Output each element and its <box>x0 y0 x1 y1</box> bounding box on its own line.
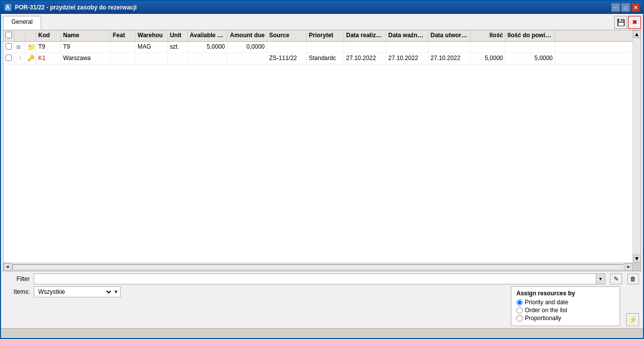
items-label: Items: <box>5 288 30 295</box>
scroll-left-icon: ◄ <box>5 265 9 269</box>
header-data-waznosci: Data ważności <box>386 30 429 41</box>
row-data-utworzenia <box>429 42 471 53</box>
dropdown-arrow-icon: ▼ <box>598 276 603 281</box>
header-source: Source <box>267 30 307 41</box>
radio-priority-date-row: Priority and date <box>516 299 615 306</box>
items-assign-row: Items: Wszystkie ▼ Assign resources by P… <box>5 286 639 326</box>
header-name: Name <box>61 30 111 41</box>
radio-priority-date-label[interactable]: Priority and date <box>525 299 568 306</box>
header-avail-quan: Available quan <box>188 30 227 41</box>
assign-title: Assign resources by <box>516 290 615 297</box>
key-icon: 🔑 <box>27 55 36 62</box>
close-icon: ✖ <box>632 19 637 26</box>
save-icon: 💾 <box>617 18 625 26</box>
maximize-button[interactable]: □ <box>621 3 630 12</box>
radio-proportionally-label[interactable]: Proportionally <box>525 315 561 322</box>
row-kod: T9 <box>36 42 61 53</box>
filter-dropdown-button[interactable]: ▼ <box>596 274 605 284</box>
table-row[interactable]: └ 🔑 K1 Warszawa ZS-111/22 Standar <box>3 53 633 65</box>
row-feat <box>111 53 136 64</box>
row-unit <box>168 53 188 64</box>
header-unit: Unit <box>168 30 188 41</box>
filter-input[interactable] <box>34 275 596 282</box>
row-avail-quan: 5,0000 <box>188 42 227 53</box>
bottom-panel: Filter ▼ ✎ 🗑 Items: Wszystkie <box>1 271 643 328</box>
header-expand <box>14 30 25 41</box>
close-toolbar-button[interactable]: ✖ <box>628 16 641 29</box>
row-data-realizacji <box>344 42 386 53</box>
scroll-down-button[interactable]: ▼ <box>633 255 641 263</box>
header-icon <box>25 30 36 41</box>
horizontal-scrollbar[interactable]: ◄ ► <box>3 263 641 271</box>
row-select-checkbox[interactable] <box>5 43 12 50</box>
row-name: T9 <box>61 42 111 53</box>
row-select-checkbox[interactable] <box>5 55 12 61</box>
horizontal-scroll-track[interactable] <box>12 264 624 270</box>
table-row[interactable]: ⊟ 📁 T9 T9 MAG szt. 5,0000 0,0000 <box>3 42 633 53</box>
radio-proportionally-row: Proportionally <box>516 315 615 322</box>
row-name: Warszawa <box>61 53 111 64</box>
header-data-utworzenia: Data utworzenia <box>429 30 471 41</box>
scroll-left-button[interactable]: ◄ <box>3 263 11 271</box>
folder-icon: 📁 <box>27 43 36 51</box>
filter-clear-icon: 🗑 <box>630 275 636 282</box>
row-ilosc: 5,0000 <box>471 53 505 64</box>
scroll-up-icon: ▲ <box>634 31 640 38</box>
header-kod: Kod <box>36 30 61 41</box>
filter-input-wrapper: ▼ <box>34 273 605 284</box>
radio-order-on-list-label[interactable]: Order on the list <box>525 307 567 314</box>
row-ilosc <box>471 42 505 53</box>
scroll-up-button[interactable]: ▲ <box>633 30 641 38</box>
scroll-right-icon: ► <box>627 265 631 269</box>
tab-bar: General 💾 ✖ <box>1 14 643 30</box>
header-ilosc: Ilość <box>471 30 505 41</box>
filter-edit-button[interactable]: ✎ <box>610 273 622 284</box>
header-ilosc-do-pow: Ilość do powiązania <box>505 30 555 41</box>
header-checkbox[interactable] <box>3 30 14 41</box>
tab-general[interactable]: General <box>3 16 41 30</box>
items-select[interactable]: Wszystkie <box>36 288 113 296</box>
window-title: POR-31/22 - przydziel zasoby do rezerwac… <box>15 4 611 11</box>
row-icon: 🔑 <box>25 53 36 64</box>
radio-order-list-row: Order on the list <box>516 307 615 314</box>
assign-resources-panel: Assign resources by Priority and date Or… <box>511 286 620 326</box>
row-icon: 📁 <box>25 42 36 53</box>
svg-text:A: A <box>5 4 10 11</box>
vertical-scrollbar[interactable]: ▲ ▼ <box>633 30 641 263</box>
header-priorytet: Priorytet <box>307 30 344 41</box>
title-bar: A POR-31/22 - przydziel zasoby do rezerw… <box>1 1 643 14</box>
save-button[interactable]: 💾 <box>614 16 627 29</box>
items-dropdown-icon: ▼ <box>114 289 118 294</box>
row-kod: K1 <box>36 53 61 64</box>
row-checkbox[interactable] <box>3 42 14 53</box>
radio-priority-date[interactable] <box>516 299 523 306</box>
help-icon: ⚡ <box>629 316 637 324</box>
row-amount-due: 0,0000 <box>227 42 267 53</box>
select-all-checkbox[interactable] <box>5 32 12 38</box>
row-checkbox[interactable] <box>3 53 14 64</box>
help-button[interactable]: ⚡ <box>626 313 639 326</box>
row-avail-quan <box>188 53 227 64</box>
filter-clear-button[interactable]: 🗑 <box>627 273 639 284</box>
header-warehouse: Warehou <box>136 30 168 41</box>
scroll-right-button[interactable]: ► <box>625 263 633 271</box>
scrollbar-corner <box>633 263 641 271</box>
row-ilosc-do-pow <box>505 42 555 53</box>
filter-edit-icon: ✎ <box>614 275 619 282</box>
header-feat: Feat <box>111 30 136 41</box>
row-warehouse <box>136 53 168 64</box>
radio-order-on-list[interactable] <box>516 307 523 314</box>
minimize-button[interactable]: ─ <box>611 3 620 12</box>
expand-btn[interactable]: ⊟ <box>14 42 25 53</box>
status-bar <box>1 328 643 338</box>
row-unit: szt. <box>168 42 188 53</box>
row-priorytet <box>307 42 344 53</box>
scroll-track[interactable] <box>634 38 641 255</box>
scroll-down-icon: ▼ <box>634 255 640 262</box>
close-button[interactable]: ✕ <box>631 3 640 12</box>
grid-scroll-area[interactable]: Kod Name Feat Warehou Unit Available qua… <box>3 30 633 263</box>
row-source <box>267 42 307 53</box>
radio-proportionally[interactable] <box>516 315 523 322</box>
header-data-realizacji: Data realizacji <box>344 30 386 41</box>
filter-row: Filter ▼ ✎ 🗑 <box>5 273 639 284</box>
